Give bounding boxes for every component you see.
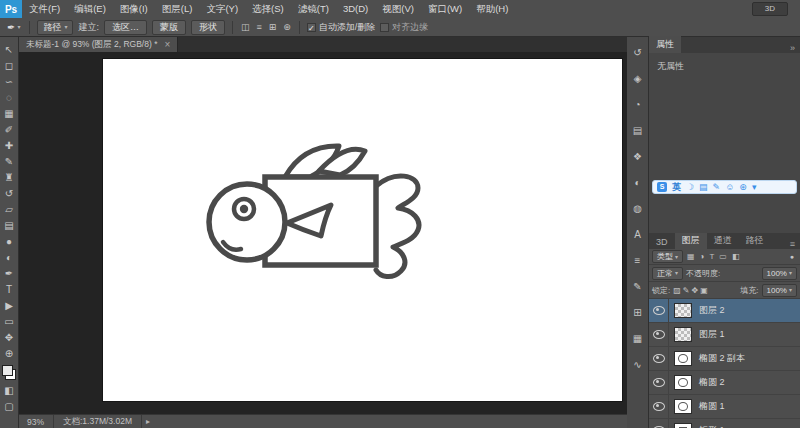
ime-toolbar[interactable]: S 英 ☽ ▤ ✎ ☺ ⊛ ▾ [652,180,797,194]
lock-position-icon[interactable]: ✥ [692,286,699,295]
ime-toolbox-icon[interactable]: ⊛ [739,183,747,192]
fill-field[interactable]: 100% ▾ [762,284,797,297]
tool-preset-picker[interactable]: ✒ ▾ [5,22,22,33]
marquee-tool[interactable]: ◻ [0,57,18,73]
document-tab[interactable]: 未标题-1 @ 93% (图层 2, RGB/8) * × [19,37,178,52]
lock-all-icon[interactable]: ▣ [700,286,708,295]
workspace-button[interactable]: 3D [752,2,788,16]
tab-channels[interactable]: 通道 [707,233,739,249]
menu-type[interactable]: 文字(Y) [199,0,245,18]
menu-edit[interactable]: 编辑(E) [67,0,113,18]
foreground-color-swatch[interactable] [2,365,13,376]
menu-3d[interactable]: 3D(D) [336,0,375,18]
make-selection-button[interactable]: 选区… [104,20,147,35]
shape-tool[interactable]: ▭ [0,313,18,329]
character-panel-icon[interactable]: A [630,228,646,241]
layer-thumbnail[interactable] [674,327,692,342]
history-brush-tool[interactable]: ↺ [0,185,18,201]
menu-window[interactable]: 窗口(W) [421,0,469,18]
panel-menu-icon[interactable]: ≡ [785,239,800,249]
eraser-tool[interactable]: ▱ [0,201,18,217]
layer-row[interactable]: 矩形 1 [649,419,800,428]
visibility-toggle[interactable] [649,347,669,370]
ime-keyboard-icon[interactable]: ▤ [699,183,708,192]
filter-adjustment-icon[interactable]: ◑ [699,252,706,261]
auto-add-delete-checkbox[interactable]: ✓ 自动添加/删除 [307,21,376,34]
app-logo[interactable]: Ps [0,0,22,18]
layer-row[interactable]: 图层 1 [649,323,800,347]
brush-tool[interactable]: ✎ [0,153,18,169]
lasso-tool[interactable]: ∽ [0,73,18,89]
swatches-panel-icon[interactable]: ▤ [630,124,646,137]
ime-more-icon[interactable]: ▾ [752,183,757,192]
lock-transparency-icon[interactable]: ▨ [673,286,681,295]
visibility-toggle[interactable] [649,323,669,346]
tool-mode-select[interactable]: 路径 ▾ [37,20,73,35]
filter-toggle-icon[interactable]: ● [790,253,797,260]
ime-logo-icon[interactable]: S [657,182,667,192]
zoom-tool[interactable]: ⊕ [0,345,18,361]
layer-row[interactable]: 椭圆 1 [649,395,800,419]
healing-brush-tool[interactable]: ✚ [0,137,18,153]
tab-3d[interactable]: 3D [649,235,675,249]
gear-icon[interactable]: ⊛ [282,22,292,32]
zoom-level-field[interactable]: 93% [27,417,53,427]
filter-shape-icon[interactable]: ▭ [718,252,728,261]
menu-image[interactable]: 图像(I) [113,0,155,18]
quick-mask-button[interactable]: ◧ [0,382,18,398]
path-arrange-icon[interactable]: ⊞ [268,22,278,32]
layer-row[interactable]: 椭圆 2 副本 [649,347,800,371]
filter-pixel-icon[interactable]: ▦ [686,252,696,261]
layer-thumbnail[interactable] [674,423,692,428]
clone-source-panel-icon[interactable]: ⊞ [630,306,646,319]
type-tool[interactable]: T [0,281,18,297]
filter-type-select[interactable]: 类型 ▾ [652,250,683,263]
layer-thumbnail[interactable] [674,399,692,414]
layer-thumbnail[interactable] [674,375,692,390]
color-swatches[interactable] [2,365,16,380]
color-panel-icon[interactable]: ◔ [630,98,646,111]
make-shape-button[interactable]: 形状 [191,20,225,35]
visibility-toggle[interactable] [649,371,669,394]
layer-row[interactable]: 图层 2 [649,299,800,323]
clone-stamp-tool[interactable]: ♜ [0,169,18,185]
gradient-tool[interactable]: ▤ [0,217,18,233]
pen-tool[interactable]: ✒ [0,265,18,281]
collapse-panels-icon[interactable]: » [785,43,800,53]
ime-mode-icon[interactable]: ☽ [686,183,694,192]
visibility-toggle[interactable] [649,419,669,428]
path-selection-tool[interactable]: ▶ [0,297,18,313]
menu-filter[interactable]: 滤镜(T) [291,0,336,18]
layer-row[interactable]: 椭圆 2 [649,371,800,395]
status-menu-arrow-icon[interactable]: ▸ [142,417,154,426]
menu-view[interactable]: 视图(V) [375,0,421,18]
brush-panel-icon[interactable]: ✎ [630,280,646,293]
paragraph-panel-icon[interactable]: ≡ [630,254,646,267]
blur-tool[interactable]: ● [0,233,18,249]
eyedropper-tool[interactable]: ✐ [0,121,18,137]
blend-mode-select[interactable]: 正常 ▾ [652,267,683,280]
canvas[interactable] [103,59,622,401]
visibility-toggle[interactable] [649,299,669,322]
path-alignment-icon[interactable]: ≡ [255,22,262,32]
filter-smart-object-icon[interactable]: ◧ [731,252,741,261]
styles-panel-icon[interactable]: ❖ [630,150,646,163]
filter-type-icon[interactable]: T [708,252,715,261]
menu-help[interactable]: 帮助(H) [469,0,515,18]
ime-language-indicator[interactable]: 英 [672,181,681,194]
move-tool[interactable]: ↖ [0,41,18,57]
adjustments-panel-icon[interactable]: ◐ [630,176,646,189]
history-panel-icon[interactable]: ↺ [630,46,646,59]
layer-thumbnail[interactable] [674,303,692,318]
crop-tool[interactable]: ▦ [0,105,18,121]
info-panel-icon[interactable]: ◍ [630,202,646,215]
screen-mode-button[interactable]: ▢ [0,398,18,414]
visibility-toggle[interactable] [649,395,669,418]
quick-selection-tool[interactable]: ◌ [0,89,18,105]
menu-layer[interactable]: 图层(L) [155,0,200,18]
tab-layers[interactable]: 图层 [675,233,707,249]
menu-file[interactable]: 文件(F) [22,0,67,18]
navigator-panel-icon[interactable]: ◈ [630,72,646,85]
align-edges-checkbox[interactable]: 对齐边缘 [380,21,428,34]
notes-panel-icon[interactable]: ▦ [630,332,646,345]
